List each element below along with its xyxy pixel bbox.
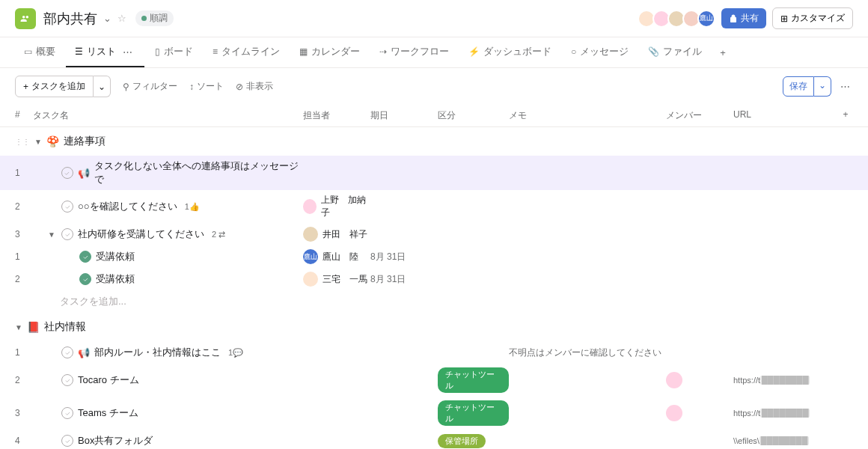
tab-message[interactable]: ○メッセージ [562,37,638,67]
assignee-cell[interactable]: 三宅 一馬 [303,272,370,287]
complete-checkbox[interactable] [61,228,73,240]
tab-timeline[interactable]: ≡タイムライン [204,37,289,67]
complete-checkbox[interactable] [61,201,73,213]
task-name: 部内ルール・社内情報はここ [94,346,221,359]
col-header-name[interactable]: タスク名 [33,109,303,122]
task-name: タスク化しない全体への連絡事項はメッセージで [94,159,303,186]
task-num: 2 [15,375,33,385]
sort-button[interactable]: ↕ソート [189,80,224,93]
col-header-assignee[interactable]: 担当者 [303,109,370,122]
calendar-icon: ▦ [299,46,308,57]
task-row[interactable]: 1 📢 タスク化しない全体への連絡事項はメッセージで [0,156,868,190]
task-row[interactable]: 3 ▼ 社内研修を受講してください 2 ⇄ 井田 祥子 [0,223,868,245]
dashboard-icon: ⚡ [468,46,480,57]
chevron-down-icon[interactable]: ▼ [15,323,22,332]
section-header[interactable]: ⋮⋮ ▼ 🍄 連絡事項 [0,127,868,156]
task-name: 受講依頼 [96,250,135,263]
task-num: 4 [15,436,33,446]
col-header-member[interactable]: メンバー [666,109,733,122]
add-task-inline[interactable]: タスクを追加... [0,290,868,313]
save-button[interactable]: 保存 [783,76,814,97]
overview-icon: ▭ [24,46,32,57]
lock-icon [729,14,738,23]
hide-button[interactable]: ⊘非表示 [236,80,273,93]
member-avatar [666,372,682,388]
assignee-cell[interactable]: 鷹山鷹山 陸 [303,249,370,264]
task-row[interactable]: 2 Tocaro チーム チャットツール https://t████████ [0,364,868,397]
task-row[interactable]: 2 受講依頼 三宅 一馬 8月 31日 [0,268,868,290]
complete-checkbox[interactable] [61,167,73,179]
member-cell[interactable] [666,372,733,388]
drag-handle-icon[interactable]: ⋮⋮ [15,138,30,146]
task-name: Box共有フォルダ [78,434,153,448]
col-add-button[interactable]: + [838,109,853,122]
chevron-down-icon[interactable]: ▼ [34,138,42,146]
task-row[interactable]: 1 📢 部内ルール・社内情報はここ 1💬 不明点はメンバーに確認してください [0,341,868,364]
task-row[interactable]: 1 受講依頼 鷹山鷹山 陸 8月 31日 [0,245,868,268]
avatar-stack[interactable]: 鷹山 [641,10,715,28]
status-text: 順調 [150,12,168,25]
url-cell[interactable]: \\efiles\████████ [733,436,838,445]
chevron-down-icon[interactable]: ▼ [48,230,57,239]
tab-more-icon[interactable]: ⋯ [120,46,135,58]
timeline-icon: ≡ [213,46,218,57]
task-name: ○○を確認してください [78,200,177,213]
category-tag[interactable]: チャットツール [438,367,509,393]
assignee-avatar [303,199,317,214]
assignee-cell[interactable]: 井田 祥子 [303,227,370,242]
tab-add-button[interactable]: + [712,40,733,66]
col-header-num: # [15,109,33,122]
assignee-name: 鷹山 陸 [323,251,358,263]
complete-checkbox[interactable] [61,435,73,447]
project-title: 部内共有 [43,10,97,28]
task-row[interactable]: 3 Teams チーム チャットツール https://t████████ [0,397,868,430]
tab-workflow[interactable]: ⇢ワークフロー [370,37,458,67]
category-tag[interactable]: チャットツール [438,400,509,426]
add-task-button[interactable]: + タスクを追加 [15,76,94,97]
col-header-date[interactable]: 期日 [370,109,438,122]
col-header-category[interactable]: 区分 [438,109,509,122]
tab-list[interactable]: ☰リスト⋯ [66,37,144,67]
star-icon[interactable]: ☆ [117,13,126,24]
filter-button[interactable]: ⚲フィルター [123,80,177,93]
task-name: Tocaro チーム [78,373,139,387]
date-cell[interactable]: 8月 31日 [370,273,438,286]
message-icon: ○ [571,46,576,57]
section-header[interactable]: ▼ 📕 社内情報 [0,313,868,341]
complete-checkbox[interactable] [61,407,73,419]
assignee-name: 三宅 一馬 [323,273,367,286]
complete-checkbox[interactable] [79,251,91,263]
section-emoji: 🍄 [46,135,59,147]
customize-button[interactable]: ⊞ カスタマイズ [772,7,853,29]
workflow-icon: ⇢ [379,46,387,57]
url-cell[interactable]: https://t████████ [733,376,838,385]
task-row[interactable]: 4 Box共有フォルダ 保管場所 \\efiles\████████ [0,430,868,449]
save-dropdown[interactable]: ⌄ [814,76,831,97]
status-dot [141,16,147,21]
tab-file[interactable]: 📎ファイル [639,37,711,67]
task-num: 2 [15,201,33,212]
col-header-url[interactable]: URL [733,109,838,122]
memo-cell[interactable]: 不明点はメンバーに確認してください [509,346,666,359]
tab-calendar[interactable]: ▦カレンダー [290,37,369,67]
board-icon: ▯ [155,46,160,57]
more-button[interactable]: ⋯ [837,78,853,95]
assignee-cell[interactable]: 上野 加納子 [303,194,370,219]
member-cell[interactable] [666,405,733,421]
complete-checkbox[interactable] [79,273,91,285]
col-header-memo[interactable]: メモ [509,109,666,122]
complete-checkbox[interactable] [61,374,73,386]
status-badge[interactable]: 順調 [135,10,174,26]
add-task-dropdown[interactable]: ⌄ [94,76,111,97]
share-button[interactable]: 共有 [721,8,766,28]
complete-checkbox[interactable] [61,346,73,358]
url-cell[interactable]: https://t████████ [733,409,838,418]
tab-overview[interactable]: ▭概要 [15,37,64,67]
category-tag[interactable]: 保管場所 [438,434,486,448]
tab-dashboard[interactable]: ⚡ダッシュボード [459,37,560,67]
project-dropdown-icon[interactable]: ⌄ [103,13,111,24]
date-cell[interactable]: 8月 31日 [370,251,438,263]
tab-board[interactable]: ▯ボード [146,37,202,67]
list-icon: ☰ [75,46,83,57]
task-row[interactable]: 2 ○○を確認してください 1👍 上野 加納子 [0,190,868,223]
